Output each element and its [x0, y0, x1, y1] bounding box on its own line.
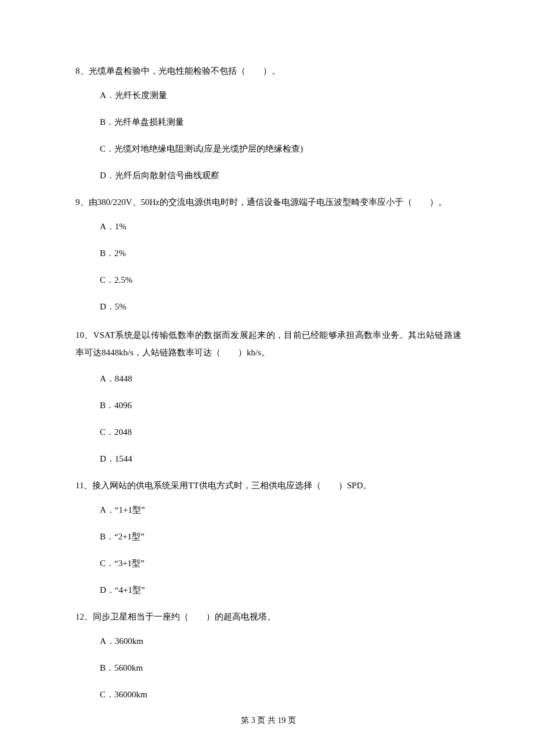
question-12-option-c: C．36000km — [75, 687, 461, 701]
question-12: 12、同步卫星相当于一座约（ ）的超高电视塔。 A．3600km B．5600k… — [75, 610, 461, 701]
question-9-option-d: D．5% — [75, 300, 461, 314]
question-9-option-a: A．1% — [75, 219, 461, 233]
question-11: 11、接入网站的供电系统采用TT供电方式时，三相供电应选择（ ）SPD。 A．“… — [75, 478, 461, 597]
page-content: 8、光缆单盘检验中，光电性能检验不包括（ ）。 A．光纤长度测量 B．光纤单盘损… — [0, 0, 534, 750]
question-11-option-b: B．“2+1型” — [75, 530, 461, 543]
question-10-text: 10、VSAT系统是以传输低数率的数据而发展起来的，目前已经能够承担高数率业务。… — [75, 326, 461, 361]
question-12-text: 12、同步卫星相当于一座约（ ）的超高电视塔。 — [75, 610, 461, 624]
question-11-text: 11、接入网站的供电系统采用TT供电方式时，三相供电应选择（ ）SPD。 — [75, 478, 461, 492]
question-10: 10、VSAT系统是以传输低数率的数据而发展起来的，目前已经能够承担高数率业务。… — [75, 326, 461, 466]
question-9-text: 9、由380/220V、50Hz的交流电源供电时时，通信设备电源端子电压波型畸变… — [75, 195, 461, 209]
question-9: 9、由380/220V、50Hz的交流电源供电时时，通信设备电源端子电压波型畸变… — [75, 195, 461, 314]
question-8-option-d: D．光纤后向散射信号曲线观察 — [75, 168, 461, 182]
question-9-option-c: C．2.5% — [75, 273, 461, 287]
question-12-option-a: A．3600km — [75, 634, 461, 648]
question-11-option-a: A．“1+1型” — [75, 503, 461, 517]
question-8-text: 8、光缆单盘检验中，光电性能检验不包括（ ）。 — [75, 64, 461, 78]
question-10-option-d: D．1544 — [75, 452, 461, 466]
question-8: 8、光缆单盘检验中，光电性能检验不包括（ ）。 A．光纤长度测量 B．光纤单盘损… — [75, 64, 461, 182]
page-footer: 第 3 页 共 19 页 — [75, 714, 461, 727]
question-8-option-c: C．光缆对地绝缘电阻测试(应是光缆护层的绝缘检查) — [75, 142, 461, 156]
question-12-option-b: B．5600km — [75, 661, 461, 675]
question-8-option-a: A．光纤长度测量 — [75, 88, 461, 102]
question-8-option-b: B．光纤单盘损耗测量 — [75, 115, 461, 129]
question-10-option-a: A．8448 — [75, 372, 461, 386]
question-10-option-c: C．2048 — [75, 425, 461, 439]
question-11-option-d: D．“4+1型” — [75, 583, 461, 597]
question-10-option-b: B．4096 — [75, 398, 461, 412]
question-11-option-c: C．“3+1型” — [75, 556, 461, 570]
question-9-option-b: B．2% — [75, 246, 461, 260]
